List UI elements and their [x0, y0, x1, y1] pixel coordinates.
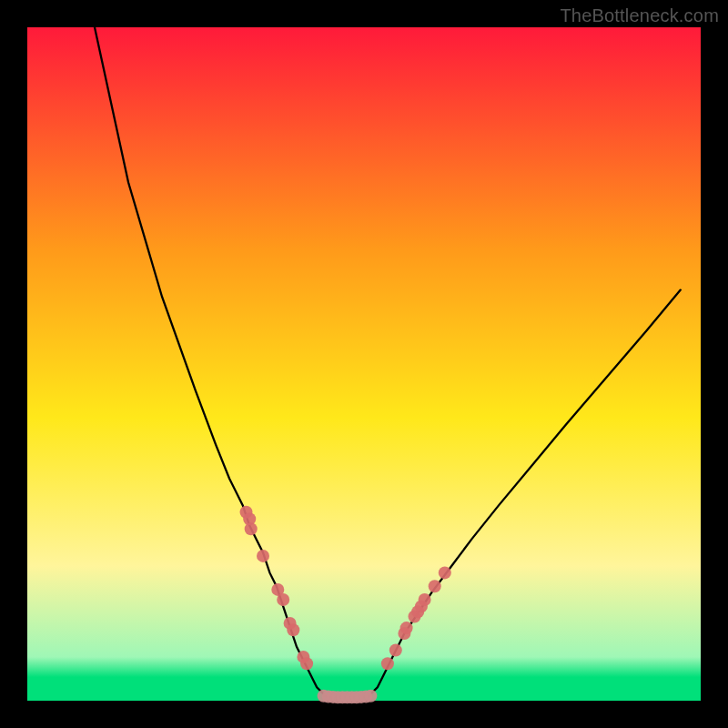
dot-left-cluster: [287, 623, 299, 636]
chart-svg: [0, 0, 728, 728]
gradient-background: [27, 27, 701, 701]
dot-left-cluster: [257, 550, 269, 562]
dot-right-cluster: [381, 657, 394, 670]
dot-right-cluster: [429, 580, 441, 592]
dot-right-cluster: [439, 566, 451, 579]
dot-right-cluster: [400, 622, 413, 634]
dot-left-cluster: [300, 657, 313, 670]
dot-right-cluster: [389, 644, 402, 657]
dot-bottom-bar: [364, 690, 377, 703]
dot-left-cluster: [245, 522, 258, 535]
dot-left-cluster: [277, 593, 289, 606]
dot-right-cluster: [419, 593, 431, 606]
